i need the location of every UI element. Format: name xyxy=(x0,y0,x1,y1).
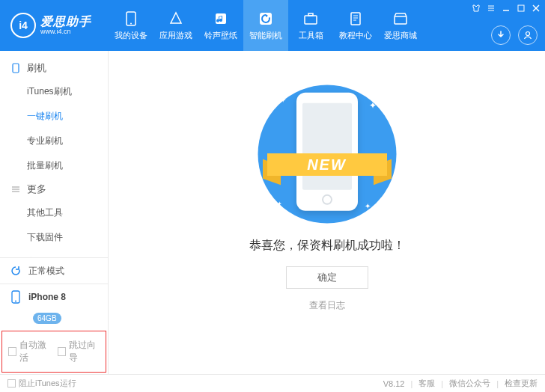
sidebar-group-flash: 刷机 xyxy=(0,57,108,79)
checkbox-block-itunes[interactable]: 阻止iTunes运行 xyxy=(7,378,76,389)
sidebar-item-download-fw[interactable]: 下载固件 xyxy=(0,225,108,250)
separator: | xyxy=(441,379,443,388)
footer-right: V8.12 | 客服 | 微信公众号 | 检查更新 xyxy=(383,378,538,389)
window-controls xyxy=(470,2,542,14)
success-message: 恭喜您，保资料刷机成功啦！ xyxy=(109,238,545,254)
header: i4 爱思助手 www.i4.cn 我的设备 应用游戏 铃声壁纸 智能刷机 工具… xyxy=(0,0,545,51)
sidebar: 刷机 iTunes刷机 一键刷机 专业刷机 批量刷机 更多 其他工具 下载固件 … xyxy=(0,51,109,374)
sidebar-item-label: 批量刷机 xyxy=(27,160,63,171)
nav-tutorials[interactable]: 教程中心 xyxy=(333,0,378,51)
nav-label: 我的设备 xyxy=(115,30,147,41)
doc-icon xyxy=(347,10,364,27)
checkbox-icon xyxy=(8,347,16,356)
body: 刷机 iTunes刷机 一键刷机 专业刷机 批量刷机 更多 其他工具 下载固件 … xyxy=(0,51,545,374)
skin-icon[interactable] xyxy=(470,2,482,14)
checkbox-label: 阻止iTunes运行 xyxy=(19,378,76,389)
sidebar-item-advanced[interactable]: 高级功能 xyxy=(0,250,108,257)
group-label: 更多 xyxy=(27,183,46,196)
download-button[interactable] xyxy=(491,25,511,45)
nav-label: 铃声壁纸 xyxy=(204,30,237,41)
user-button[interactable] xyxy=(518,25,538,45)
checkbox-auto-activate[interactable]: 自动激活 xyxy=(8,339,50,364)
sidebar-item-label: 专业刷机 xyxy=(27,135,63,146)
link-label: 微信公众号 xyxy=(449,379,490,388)
sidebar-item-label: 其他工具 xyxy=(27,207,63,218)
nav-toolbox[interactable]: 工具箱 xyxy=(288,0,333,51)
separator: | xyxy=(410,379,412,388)
ribbon-text: NEW xyxy=(267,153,387,176)
logo-text: 爱思助手 www.i4.cn xyxy=(40,15,91,35)
nav-label: 工具箱 xyxy=(299,30,323,41)
svg-rect-19 xyxy=(13,64,19,73)
support-link[interactable]: 客服 xyxy=(418,378,435,389)
ok-button[interactable]: 确定 xyxy=(286,266,368,289)
svg-point-1 xyxy=(130,22,132,24)
device-name: iPhone 8 xyxy=(28,292,66,302)
mode-label: 正常模式 xyxy=(28,265,64,278)
version-label: V8.12 xyxy=(383,379,405,388)
ribbon: NEW xyxy=(267,147,387,182)
sidebar-item-label: 一键刷机 xyxy=(27,111,63,121)
refresh-icon xyxy=(9,264,22,278)
wechat-link[interactable]: 微信公众号 xyxy=(449,378,490,389)
toolbox-icon xyxy=(302,10,319,27)
checkbox-icon xyxy=(7,379,16,388)
nav-ringtones[interactable]: 铃声壁纸 xyxy=(198,0,243,51)
logo-icon: i4 xyxy=(10,13,36,38)
more-icon xyxy=(10,185,21,194)
bottom-checks: 自动激活 跳过向导 xyxy=(1,331,106,373)
maximize-icon[interactable] xyxy=(515,2,527,14)
apps-icon xyxy=(168,10,184,27)
music-icon xyxy=(213,10,229,27)
nav-flash[interactable]: 智能刷机 xyxy=(243,0,288,51)
sidebar-item-itunes[interactable]: iTunes刷机 xyxy=(0,79,108,104)
svg-rect-5 xyxy=(308,13,313,16)
sidebar-item-label: iTunes刷机 xyxy=(27,86,72,97)
checkbox-label: 自动激活 xyxy=(19,339,50,364)
sidebar-group-more: 更多 xyxy=(0,178,108,200)
success-illustration: ✦ ✦ ✦ ✦ NEW xyxy=(241,87,413,221)
separator: | xyxy=(496,379,499,388)
mode-section[interactable]: 正常模式 xyxy=(0,257,108,284)
sidebar-bottom: 正常模式 iPhone 8 64GB 自动激活 跳过向导 xyxy=(0,257,108,374)
svg-rect-6 xyxy=(351,13,360,25)
view-log-link[interactable]: 查看日志 xyxy=(109,299,545,312)
main-content: ✦ ✦ ✦ ✦ NEW 恭喜您，保资料刷机成功啦！ 确定 查看日志 xyxy=(109,51,545,374)
svg-point-24 xyxy=(15,301,16,302)
check-update-link[interactable]: 检查更新 xyxy=(505,378,538,389)
nav-store[interactable]: 爱思商城 xyxy=(378,0,423,51)
close-icon[interactable] xyxy=(530,2,542,14)
checkbox-skip-guide[interactable]: 跳过向导 xyxy=(58,339,100,364)
svg-point-18 xyxy=(526,32,530,36)
svg-rect-4 xyxy=(305,16,317,24)
svg-rect-10 xyxy=(395,16,407,24)
sidebar-item-batch[interactable]: 批量刷机 xyxy=(0,153,108,178)
sidebar-item-othertools[interactable]: 其他工具 xyxy=(0,200,108,225)
sidebar-item-pro[interactable]: 专业刷机 xyxy=(0,129,108,153)
nav-label: 教程中心 xyxy=(339,30,372,41)
storage-row: 64GB xyxy=(9,313,99,323)
nav-tabs: 我的设备 应用游戏 铃声壁纸 智能刷机 工具箱 教程中心 爱思商城 xyxy=(109,0,423,51)
ok-button-label: 确定 xyxy=(317,271,337,284)
app-url: www.i4.cn xyxy=(40,28,91,36)
menu-icon[interactable] xyxy=(485,2,497,14)
sparkle-icon: ✦ xyxy=(369,100,377,111)
sparkle-icon: ✦ xyxy=(277,200,282,207)
phone-icon xyxy=(123,10,139,27)
view-log-label: 查看日志 xyxy=(309,300,345,310)
svg-rect-2 xyxy=(216,13,226,24)
nav-apps[interactable]: 应用游戏 xyxy=(153,0,198,51)
storage-badge: 64GB xyxy=(33,313,61,324)
sidebar-item-oneclick[interactable]: 一键刷机 xyxy=(0,104,108,129)
nav-label: 应用游戏 xyxy=(159,30,192,41)
svg-rect-15 xyxy=(518,5,524,11)
store-icon xyxy=(392,10,409,27)
nav-my-device[interactable]: 我的设备 xyxy=(109,0,153,51)
footer: 阻止iTunes运行 V8.12 | 客服 | 微信公众号 | 检查更新 xyxy=(0,374,545,392)
device-section[interactable]: iPhone 8 64GB xyxy=(0,284,108,331)
sparkle-icon: ✦ xyxy=(365,202,371,210)
sparkle-icon: ✦ xyxy=(280,96,286,104)
sidebar-scroll: 刷机 iTunes刷机 一键刷机 专业刷机 批量刷机 更多 其他工具 下载固件 … xyxy=(0,51,108,257)
minimize-icon[interactable] xyxy=(500,2,512,14)
app-title: 爱思助手 xyxy=(40,15,91,28)
